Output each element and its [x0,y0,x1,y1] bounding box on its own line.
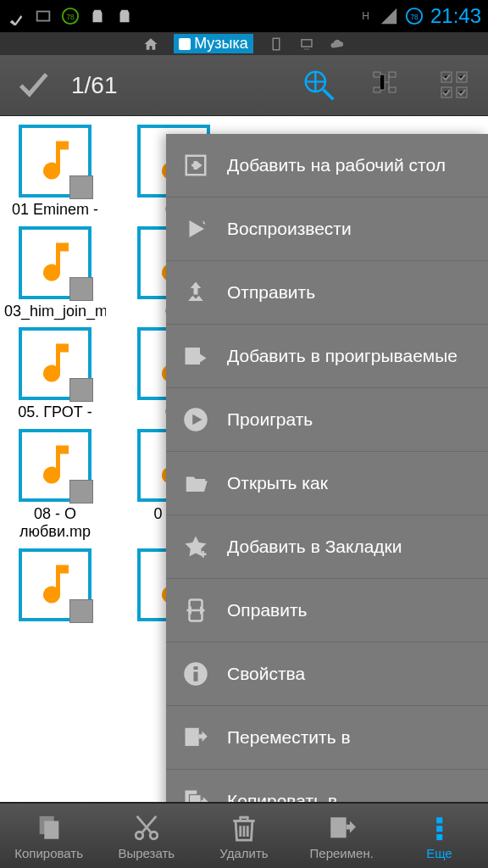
menu-send[interactable]: Отправить [166,261,488,325]
svg-rect-27 [44,821,58,838]
cloud-icon[interactable] [330,36,345,52]
svg-rect-17 [186,348,201,364]
svg-rect-9 [389,72,396,77]
svg-rect-23 [186,728,199,746]
tree-icon[interactable] [369,68,405,103]
svg-text:78: 78 [410,14,419,21]
context-menu: Добавить на рабочий стол Воспроизвести О… [166,134,488,833]
nav-label: Удалить [219,846,268,860]
nav-more[interactable]: Еще [391,804,488,868]
menu-add-desktop[interactable]: Добавить на рабочий стол [166,134,488,198]
home-icon[interactable] [143,36,158,52]
menu-open-as[interactable]: Открыть как [166,452,488,515]
svg-rect-22 [194,666,198,670]
menu-add-playlist[interactable]: Добавить в проигрываемые [166,325,488,388]
menu-label: Воспроизвести [227,219,352,239]
svg-rect-5 [273,38,280,50]
menu-send2[interactable]: Оправить [166,579,488,643]
subheader: Музыка [0,32,488,55]
svg-rect-30 [330,817,346,837]
menu-label: Открыть как [227,473,328,493]
nav-delete[interactable]: Удалить [195,804,292,868]
menu-label: Переместить в [227,727,351,748]
file-item[interactable]: 03_him_join_me_in_ [8,226,102,321]
svg-rect-6 [302,39,312,46]
accept-icon[interactable] [15,69,49,103]
svg-rect-33 [437,834,443,840]
bottom-nav: Копировать Вырезать Удалить Переимен. Ещ… [0,802,488,868]
svg-rect-21 [194,672,198,682]
tab-music[interactable]: Музыка [174,34,253,53]
phone-icon[interactable] [269,36,284,52]
signal-h: H [362,10,369,22]
menu-label: Добавить в проигрываемые [227,346,458,366]
menu-label: Оправить [227,600,308,620]
menu-play[interactable]: Воспроизвести [166,198,488,261]
nav-label: Копировать [14,846,83,860]
svg-rect-11 [389,87,396,92]
search-icon[interactable] [302,68,337,103]
nav-copy[interactable]: Копировать [0,804,97,868]
menu-label: Добавить на рабочий стол [227,155,446,175]
selection-count: 1/61 [71,72,280,99]
nav-rename[interactable]: Переимен. [293,804,391,868]
file-item[interactable]: 01 Eminem - [8,125,102,220]
svg-rect-0 [37,12,50,21]
menu-label: Проиграть [227,409,313,430]
nav-label: Переимен. [310,846,374,860]
menu-bookmark[interactable]: Добавить в Закладки [166,515,488,579]
file-item[interactable] [8,548,102,625]
svg-rect-32 [437,826,443,832]
file-item[interactable]: 08 - О любви.mp [8,429,102,542]
menu-label: Добавить в Закладки [227,537,402,557]
svg-rect-8 [374,72,380,77]
clock: 21:43 [430,4,481,28]
nav-cut[interactable]: Вырезать [97,804,195,868]
svg-rect-31 [437,817,443,823]
nav-label: Еще [426,846,452,860]
menu-properties[interactable]: Свойства [166,643,488,706]
file-item[interactable]: 05. ГРОТ - [8,327,102,422]
status-bar: 78 H 78 21:43 [0,0,488,32]
menu-move[interactable]: Переместить в [166,706,488,770]
svg-text:78: 78 [66,14,75,21]
select-all-icon[interactable] [437,68,473,103]
pc-icon[interactable] [299,36,314,52]
menu-label: Отправить [227,282,315,303]
selection-bar: 1/61 [0,55,488,116]
svg-rect-10 [374,87,380,92]
nav-label: Вырезать [118,846,175,860]
menu-play2[interactable]: Проиграть [166,388,488,452]
menu-label: Свойства [227,664,305,684]
